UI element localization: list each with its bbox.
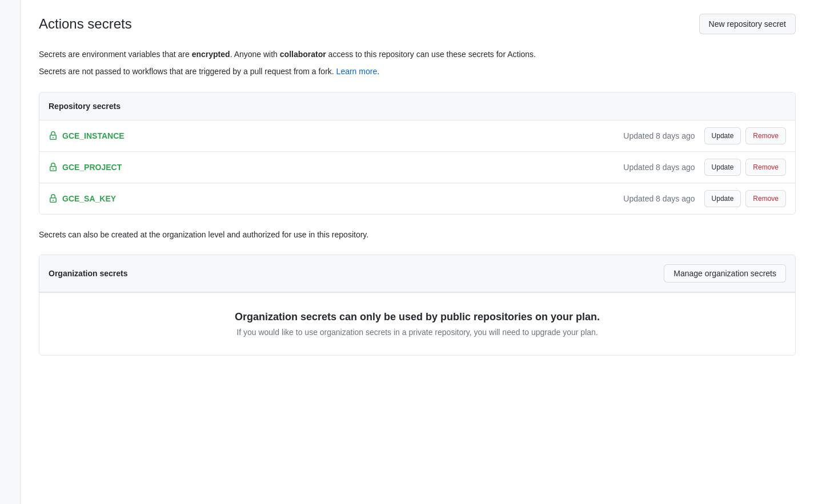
repository-secrets-title: Repository secrets [49,102,121,111]
secret-meta-2: Updated 8 days ago Update Remove [623,159,786,176]
repository-secrets-header: Repository secrets [39,92,795,120]
secret-name-2: GCE_PROJECT [62,163,623,172]
org-secrets-empty: Organization secrets can only be used by… [39,292,795,355]
left-sidebar [0,0,21,504]
secret-name-1: GCE_INSTANCE [62,131,623,140]
secret-actions-1: Update Remove [704,127,786,144]
secret-updated-2: Updated 8 days ago [623,163,695,172]
secret-meta-3: Updated 8 days ago Update Remove [623,190,786,207]
description-line1-mid: . Anyone with [230,50,280,59]
secret-row: GCE_SA_KEY Updated 8 days ago Update Rem… [39,183,795,214]
remove-button-3[interactable]: Remove [745,190,786,207]
description-section: Secrets are environment variables that a… [39,48,796,78]
secret-updated-3: Updated 8 days ago [623,194,695,203]
remove-button-1[interactable]: Remove [745,127,786,144]
org-secrets-empty-title: Organization secrets can only be used by… [49,311,786,323]
secret-actions-2: Update Remove [704,159,786,176]
learn-more-link[interactable]: Learn more [336,67,378,76]
description-line2: Secrets are not passed to workflows that… [39,65,796,78]
secret-name-3: GCE_SA_KEY [62,194,623,203]
description-line1: Secrets are environment variables that a… [39,48,796,61]
org-secrets-title: Organization secrets [49,269,128,278]
page-title: Actions secrets [39,16,132,32]
secret-meta-1: Updated 8 days ago Update Remove [623,127,786,144]
lock-icon-2 [49,163,58,172]
manage-organization-secrets-button[interactable]: Manage organization secrets [664,264,786,283]
description-collaborator-bold: collaborator [280,50,326,59]
new-repository-secret-button[interactable]: New repository secret [699,14,796,34]
org-info-text: Secrets can also be created at the organ… [39,228,796,241]
update-button-1[interactable]: Update [704,127,741,144]
secret-updated-1: Updated 8 days ago [623,131,695,140]
description-encrypted-bold: encrypted [192,50,230,59]
description-line2-post: . [377,67,379,76]
update-button-2[interactable]: Update [704,159,741,176]
description-line2-pre: Secrets are not passed to workflows that… [39,67,336,76]
secret-actions-3: Update Remove [704,190,786,207]
main-content: Actions secrets New repository secret Se… [21,0,814,504]
remove-button-2[interactable]: Remove [745,159,786,176]
secret-row: GCE_PROJECT Updated 8 days ago Update Re… [39,152,795,183]
org-secrets-box: Organization secrets Manage organization… [39,255,796,356]
repository-secrets-box: Repository secrets GCE_INSTANCE Updated … [39,92,796,215]
lock-icon-3 [49,194,58,203]
secret-row: GCE_INSTANCE Updated 8 days ago Update R… [39,120,795,152]
page-header: Actions secrets New repository secret [39,14,796,34]
description-line1-post: access to this repository can use these … [326,50,536,59]
update-button-3[interactable]: Update [704,190,741,207]
org-secrets-empty-desc: If you would like to use organization se… [49,328,786,337]
lock-icon-1 [49,131,58,140]
org-secrets-header: Organization secrets Manage organization… [39,255,795,292]
description-line1-pre: Secrets are environment variables that a… [39,50,192,59]
